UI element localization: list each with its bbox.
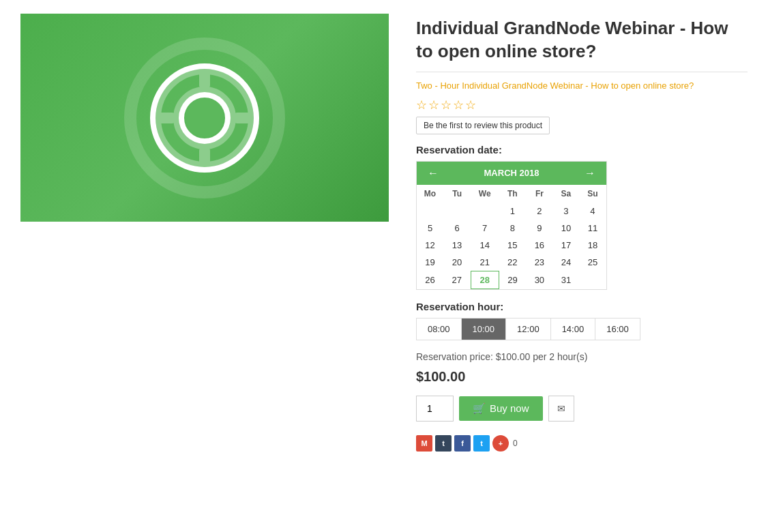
calendar-day[interactable]: 1: [499, 203, 526, 220]
product-subtitle-link[interactable]: Two - Hour Individual GrandNode Webinar …: [416, 80, 694, 91]
calendar-grid: MoTuWeThFrSaSu 1234567891011121314151617…: [417, 185, 606, 289]
share-tumblr-button[interactable]: t: [435, 435, 452, 452]
calendar-day[interactable]: 6: [443, 220, 471, 237]
cart-icon: 🛒: [473, 402, 486, 415]
calendar-day[interactable]: 7: [471, 220, 499, 237]
calendar-day[interactable]: 25: [579, 254, 606, 271]
calendar-month-year: MARCH 2018: [484, 168, 540, 178]
calendar-day: [417, 203, 443, 220]
quantity-input[interactable]: [416, 396, 454, 422]
hour-button[interactable]: 14:00: [551, 319, 596, 340]
share-gmail-button[interactable]: M: [416, 435, 432, 452]
product-details-section: Individual GrandNode Webinar - How to op…: [416, 14, 748, 452]
calendar-day[interactable]: 31: [552, 271, 579, 289]
calendar-body: 1234567891011121314151617181920212223242…: [417, 203, 606, 289]
buy-row: 🛒 Buy now ✉: [416, 396, 748, 422]
calendar-day[interactable]: 26: [417, 271, 443, 289]
calendar-day: [579, 271, 606, 289]
calendar-day: [471, 203, 499, 220]
email-icon: ✉: [557, 403, 565, 414]
buy-now-button[interactable]: 🛒 Buy now: [459, 396, 543, 421]
svg-point-6: [186, 99, 224, 137]
calendar-day[interactable]: 24: [552, 254, 579, 271]
hour-button[interactable]: 08:00: [417, 319, 462, 340]
calendar-day[interactable]: 16: [526, 237, 552, 254]
review-button[interactable]: Be the first to review this product: [416, 117, 550, 134]
calendar-day[interactable]: 21: [471, 254, 499, 271]
calendar-day[interactable]: 18: [579, 237, 606, 254]
calendar-day-header: Mo: [417, 185, 443, 203]
calendar-day-header: Su: [579, 185, 606, 203]
calendar-day[interactable]: 28: [471, 271, 499, 289]
calendar-prev-button[interactable]: ←: [425, 167, 441, 179]
calendar: ← MARCH 2018 → MoTuWeThFrSaSu 1234567891…: [416, 161, 607, 290]
calendar-day-header: Th: [499, 185, 526, 203]
product-image: [20, 14, 389, 222]
product-price: $100.00: [416, 369, 748, 385]
product-logo: [150, 63, 259, 173]
share-twitter-button[interactable]: t: [473, 435, 490, 452]
buy-now-label: Buy now: [490, 402, 529, 414]
calendar-days-header: MoTuWeThFrSaSu: [417, 185, 606, 203]
hours-row: 08:0010:0012:0014:0016:00: [416, 318, 640, 340]
hour-button[interactable]: 12:00: [506, 319, 551, 340]
calendar-day[interactable]: 14: [471, 237, 499, 254]
calendar-day[interactable]: 5: [417, 220, 443, 237]
social-count: 0: [513, 439, 518, 448]
calendar-day[interactable]: 30: [526, 271, 552, 289]
calendar-next-button[interactable]: →: [582, 167, 598, 179]
calendar-day-header: Fr: [526, 185, 552, 203]
calendar-day[interactable]: 12: [417, 237, 443, 254]
hour-button[interactable]: 16:00: [595, 319, 640, 340]
social-share-row: M t f t + 0: [416, 435, 748, 452]
hour-button[interactable]: 10:00: [462, 319, 507, 340]
calendar-day-header: Tu: [443, 185, 471, 203]
calendar-week-row: 567891011: [417, 220, 606, 237]
calendar-week-row: 12131415161718: [417, 237, 606, 254]
calendar-day[interactable]: 8: [499, 220, 526, 237]
calendar-day[interactable]: 29: [499, 271, 526, 289]
calendar-day[interactable]: 15: [499, 237, 526, 254]
calendar-day-header: We: [471, 185, 499, 203]
calendar-day[interactable]: 17: [552, 237, 579, 254]
calendar-week-row: 262728293031: [417, 271, 606, 289]
star-rating: ☆☆☆☆☆: [416, 98, 748, 113]
calendar-day-header: Sa: [552, 185, 579, 203]
calendar-day: [443, 203, 471, 220]
calendar-day[interactable]: 23: [526, 254, 552, 271]
reservation-hour-label: Reservation hour:: [416, 301, 748, 312]
calendar-day[interactable]: 10: [552, 220, 579, 237]
calendar-day[interactable]: 4: [579, 203, 606, 220]
share-facebook-button[interactable]: f: [454, 435, 471, 452]
product-title: Individual GrandNode Webinar - How to op…: [416, 17, 748, 72]
calendar-day[interactable]: 9: [526, 220, 552, 237]
calendar-day[interactable]: 19: [417, 254, 443, 271]
product-page: Individual GrandNode Webinar - How to op…: [0, 0, 768, 465]
product-image-section: [20, 14, 389, 452]
email-button[interactable]: ✉: [548, 396, 574, 422]
calendar-day[interactable]: 20: [443, 254, 471, 271]
calendar-day[interactable]: 11: [579, 220, 606, 237]
calendar-week-row: 19202122232425: [417, 254, 606, 271]
calendar-day[interactable]: 3: [552, 203, 579, 220]
calendar-week-row: 1234: [417, 203, 606, 220]
calendar-day[interactable]: 2: [526, 203, 552, 220]
share-googleplus-button[interactable]: +: [492, 435, 509, 452]
calendar-day[interactable]: 13: [443, 237, 471, 254]
calendar-header: ← MARCH 2018 →: [417, 162, 606, 185]
reservation-date-label: Reservation date:: [416, 144, 748, 156]
product-subtitle: Two - Hour Individual GrandNode Webinar …: [416, 80, 748, 91]
calendar-day[interactable]: 22: [499, 254, 526, 271]
calendar-day[interactable]: 27: [443, 271, 471, 289]
reservation-price: Reservation price: $100.00 per 2 hour(s): [416, 351, 748, 362]
